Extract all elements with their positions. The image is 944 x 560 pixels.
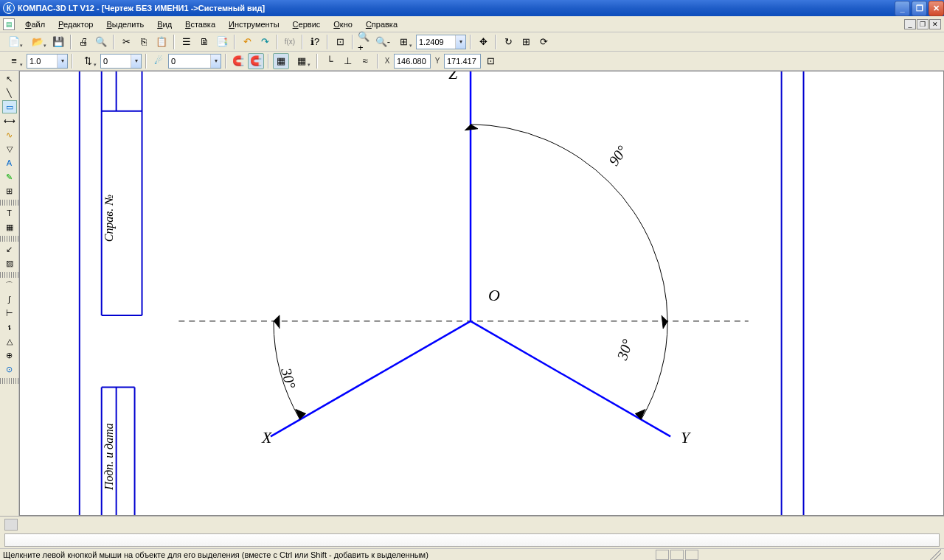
refresh-button[interactable]: ⟳ [535,34,552,50]
toolbar-main: 📄 📂 💾 🖨 🔍 ✂ ⎘ 📋 ☰ 🗎 📑 ↶ ↷ f(x) ℹ? ⊡ 🔍+ 🔍… [0,32,944,52]
tool-line[interactable]: ╲ [2,86,17,99]
pan-button[interactable]: ✥ [475,34,491,50]
grid-settings-button[interactable]: ▦ [291,53,313,69]
tool-spline[interactable]: ∿ [2,128,17,141]
cut-button[interactable]: ✂ [118,34,134,50]
layer-nav-button[interactable]: ⇅ [77,53,99,69]
new-button[interactable]: 📄 [3,34,25,50]
tool-edit[interactable]: ✎ [2,170,17,183]
chevron-down-icon: ▾ [210,55,221,68]
zoom-combo[interactable]: 1.2409 ▾ [416,35,466,49]
tool-measure[interactable]: ↙ [2,242,17,256]
ortho-button[interactable]: ⊥ [339,53,355,69]
tool-curve[interactable]: ∫ [2,293,17,306]
snap-magnet-button[interactable]: 🧲 [230,53,246,69]
zoom-fit-button[interactable]: ⊡ [332,34,348,50]
linestyle-button[interactable]: ≡ [3,53,25,69]
resize-grip[interactable] [929,549,941,561]
document-icon[interactable]: ▤ [3,18,15,30]
menu-select[interactable]: Выделить [100,18,150,30]
titlebar: К КОМПАС-3D LT V12 - [Чертеж БЕЗ ИМЕНИ1 … [0,0,944,16]
tool-axis[interactable]: ⊕ [2,349,17,362]
layer-value: 0 [103,57,108,66]
tool-rect[interactable]: ▭ [2,100,17,113]
help-button[interactable]: ℹ? [307,34,323,50]
chevron-down-icon: ▾ [57,55,67,68]
minimize-button[interactable]: _ [895,1,910,16]
menu-window[interactable]: Окно [327,18,358,30]
view-value: 0 [171,57,176,66]
rebuild-button[interactable]: ↻ [500,34,516,50]
side-toolbar: ↖ ╲ ▭ ⟷ ∿ ▽ A ✎ ⊞ T ▦ ↙ ▨ ⌒ ∫ ⊢ ⫮ △ ⊕ ⊙ [0,71,19,516]
paste-button[interactable]: 📋 [153,34,170,50]
coord-lock-button[interactable]: ⊡ [482,53,499,69]
coord-type-button[interactable]: └ [322,53,338,69]
maximize-button[interactable]: ❐ [912,1,927,16]
open-button[interactable]: 📂 [27,34,49,50]
tool-block[interactable]: ▦ [2,220,17,234]
scale-combo[interactable]: 1.0 ▾ [27,54,68,69]
view-combo[interactable]: 0 ▾ [168,54,221,69]
doc-restore[interactable]: ❐ [917,19,929,29]
copy-button[interactable]: ⎘ [136,34,152,50]
zoom-value: 1.2409 [419,38,444,46]
doc-minimize[interactable]: _ [904,19,916,29]
round-button[interactable]: ≈ [357,53,373,69]
tool-surface[interactable]: △ [2,335,17,348]
menu-insert[interactable]: Вставка [179,18,221,30]
zoom-in-button[interactable]: 🔍+ [357,34,373,50]
preview-button[interactable]: 🔍 [93,34,109,50]
menu-editor[interactable]: Редактор [52,18,99,30]
tool-rough[interactable]: ▽ [2,142,17,155]
menu-tools[interactable]: Инструменты [223,18,285,30]
menu-file[interactable]: Файл [19,18,51,30]
tool-leader[interactable]: ⊢ [2,307,17,320]
status-text: Щелкните левой кнопкой мыши на объекте д… [3,550,428,559]
toolbar-secondary: ≡ 1.0 ▾ ⇅ 0 ▾ ☄ 0 ▾ 🧲 🧲 ▦ ▦ └ ⊥ ≈ X Y ⊡ [0,52,944,71]
window-title: КОМПАС-3D LT V12 - [Чертеж БЕЗ ИМЕНИ1 ->… [18,4,265,13]
chevron-down-icon: ▾ [131,55,141,68]
redraw-button[interactable]: ⊞ [518,34,534,50]
main-area: ↖ ╲ ▭ ⟷ ∿ ▽ A ✎ ⊞ T ▦ ↙ ▨ ⌒ ∫ ⊢ ⫮ △ ⊕ ⊙ [0,71,944,516]
panel-handle[interactable] [4,519,18,531]
tool-dim[interactable]: ⟷ [2,114,17,127]
command-input[interactable] [4,533,940,547]
status-indicator-3 [685,550,698,560]
zoom-out-button[interactable]: 🔍- [375,34,391,50]
zoom-window-button[interactable]: ⊞ [392,34,414,50]
coord-x-input[interactable] [394,54,431,69]
scale-value: 1.0 [30,57,41,66]
coord-y-input[interactable] [444,54,481,69]
tool-pointer[interactable]: ↖ [2,72,17,85]
tool-table[interactable]: T [2,206,17,220]
statusbar: Щелкните левой кнопкой мыши на объекте д… [0,548,944,560]
save-button[interactable]: 💾 [50,34,66,50]
chevron-down-icon: ▾ [455,35,465,49]
tool-target[interactable]: ⊙ [2,363,17,376]
variables-button[interactable]: 📑 [214,34,230,50]
status-indicator-1 [656,550,669,560]
layers-button[interactable]: ☄ [150,53,167,69]
snap-toggle-button[interactable]: 🧲 [248,53,264,69]
tool-hatch[interactable]: ▨ [2,256,17,270]
tool-align[interactable]: ⫮ [2,321,17,334]
redo-button[interactable]: ↷ [257,34,273,50]
close-button[interactable]: ✕ [929,1,944,16]
menu-view[interactable]: Вид [151,18,178,30]
menu-service[interactable]: Сервис [287,18,327,30]
undo-button[interactable]: ↶ [239,34,255,50]
func-button[interactable]: f(x) [282,34,298,50]
attributes-button[interactable]: 🗎 [196,34,212,50]
doc-close[interactable]: ✕ [929,19,941,29]
tool-param[interactable]: ⊞ [2,184,17,197]
tool-arc[interactable]: ⌒ [2,279,17,292]
menubar: ▤ Файл Редактор Выделить Вид Вставка Инс… [0,16,944,32]
property-panel [0,516,944,548]
print-button[interactable]: 🖨 [75,34,91,50]
properties-button[interactable]: ☰ [178,34,195,50]
layer-combo[interactable]: 0 ▾ [100,54,142,69]
menu-help[interactable]: Справка [360,18,403,30]
grid-toggle-button[interactable]: ▦ [273,53,289,69]
drawing-canvas[interactable]: О Z X Y 30° 30° 90° Справ. № Подп. и дат… [19,71,944,516]
tool-text[interactable]: A [2,156,17,169]
